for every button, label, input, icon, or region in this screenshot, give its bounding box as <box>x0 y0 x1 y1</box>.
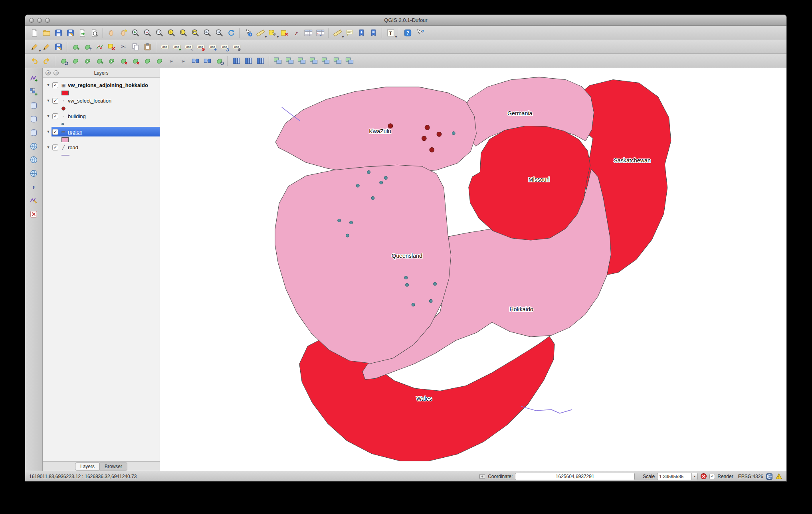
title-bar[interactable]: QGIS 2.0.1-Dufour <box>25 15 786 26</box>
change-label-icon[interactable]: abc <box>230 42 242 53</box>
scale-dropdown-arrow[interactable]: ▾ <box>691 473 697 480</box>
split-features-icon[interactable]: ✂ <box>165 55 177 67</box>
show-hide-labels-icon[interactable]: abc <box>194 42 206 53</box>
refresh-map-icon[interactable] <box>225 28 237 39</box>
open-attribute-table-icon[interactable] <box>302 28 314 39</box>
paste-style-icon[interactable] <box>242 55 254 67</box>
layer-item-building[interactable]: ▼✓◦building <box>43 111 160 121</box>
layer-item-region[interactable]: ▼✓▭region <box>43 127 160 136</box>
add-delimited-text-layer-icon[interactable]: , <box>28 181 40 192</box>
minimize-button[interactable] <box>37 18 42 23</box>
save-project-as-icon[interactable] <box>64 28 76 39</box>
new-bookmark-icon[interactable] <box>355 28 367 39</box>
layer-item-vw_select_location[interactable]: ▼✓◦vw_select_location <box>43 96 160 105</box>
new-print-composer-icon[interactable] <box>76 28 88 39</box>
add-postgis-layer-icon[interactable] <box>28 100 40 111</box>
remove-layer-icon[interactable] <box>28 208 40 219</box>
add-feature-icon[interactable] <box>69 42 81 53</box>
map-canvas[interactable]: KwaZuluGermaniaMissouriSaskatchewanQueen… <box>160 68 786 471</box>
reshape-features-icon[interactable] <box>141 55 153 67</box>
rotate-point-symbols-icon[interactable] <box>213 55 225 67</box>
add-mssql-layer-icon[interactable] <box>28 127 40 138</box>
panel-close-icon[interactable]: ✕ <box>46 70 51 75</box>
label-properties-icon[interactable]: abc <box>170 42 182 53</box>
add-vector-layer-icon[interactable] <box>28 73 40 84</box>
add-wcs-layer-icon[interactable] <box>28 154 40 165</box>
move-feature-icon[interactable] <box>81 42 93 53</box>
scale-combo[interactable]: 1:33565585 ▾ <box>657 473 698 480</box>
delete-part-icon[interactable] <box>129 55 141 67</box>
expand-arrow-icon[interactable]: ▼ <box>45 99 51 103</box>
pin-unpin-labels-icon[interactable]: abc <box>182 42 194 53</box>
text-annotation-icon[interactable]: T▾ <box>384 28 396 39</box>
fill-ring-icon[interactable] <box>105 55 117 67</box>
delete-ring-icon[interactable] <box>117 55 129 67</box>
toggle-editing-icon[interactable] <box>40 42 52 53</box>
zoom-native-resolution-icon[interactable]: 1:1 <box>153 28 165 39</box>
pan-to-selection-icon[interactable] <box>117 28 129 39</box>
expand-arrow-icon[interactable]: ▼ <box>45 114 51 118</box>
help-contents-icon[interactable]: ? <box>402 28 414 39</box>
expand-arrow-icon[interactable]: ▼ <box>45 145 51 149</box>
current-edits-icon[interactable]: ▾ <box>28 42 40 53</box>
zoom-in-icon[interactable] <box>129 28 141 39</box>
redo-icon[interactable] <box>40 55 52 67</box>
layer-item-vw_regions_adjoining_hokkaido[interactable]: ▼✓▣vw_regions_adjoining_hokkaido <box>43 80 160 90</box>
merge-selected-features-icon[interactable] <box>189 55 201 67</box>
new-shapefile-layer-icon[interactable] <box>28 195 40 206</box>
measure-line-icon[interactable]: ▾ <box>331 28 343 39</box>
zoom-to-layer-icon[interactable] <box>189 28 201 39</box>
map-data-tool-2-icon[interactable] <box>283 55 295 67</box>
zoom-out-icon[interactable] <box>141 28 153 39</box>
map-data-tool-4-icon[interactable] <box>307 55 319 67</box>
layer-item-road[interactable]: ▼✓╱road <box>43 142 160 152</box>
panel-float-icon[interactable]: ▫ <box>53 70 59 75</box>
move-label-icon[interactable]: abc <box>206 42 218 53</box>
open-project-icon[interactable] <box>40 28 52 39</box>
simplify-feature-icon[interactable] <box>69 55 81 67</box>
zoom-full-extent-icon[interactable] <box>165 28 177 39</box>
rotate-feature-icon[interactable] <box>57 55 69 67</box>
layer-visibility-checkbox[interactable]: ✓ <box>52 144 58 150</box>
map-data-tool-1-icon[interactable] <box>271 55 283 67</box>
measure-icon[interactable]: ▾ <box>254 28 266 39</box>
labeling-icon[interactable]: abc <box>158 42 170 53</box>
node-tool-icon[interactable] <box>93 42 105 53</box>
zoom-last-icon[interactable] <box>201 28 213 39</box>
rotate-label-icon[interactable]: abc <box>218 42 230 53</box>
map-data-tool-5-icon[interactable] <box>319 55 331 67</box>
add-spatialite-layer-icon[interactable] <box>28 113 40 125</box>
map-data-tool-6-icon[interactable] <box>331 55 343 67</box>
save-layer-edits-icon[interactable] <box>52 42 64 53</box>
qgis-window[interactable]: QGIS 2.0.1-Dufour 1:1i▾▾ε▾T▾?? ▾✂abcabca… <box>25 14 787 482</box>
duplicate-layer-icon[interactable] <box>254 55 266 67</box>
map-tips-icon[interactable] <box>343 28 355 39</box>
identify-features-icon[interactable]: i <box>242 28 254 39</box>
zoom-next-icon[interactable] <box>213 28 225 39</box>
add-wfs-layer-icon[interactable] <box>28 168 40 179</box>
map-data-tool-3-icon[interactable] <box>295 55 307 67</box>
new-project-icon[interactable] <box>28 28 40 39</box>
copy-features-icon[interactable] <box>129 42 141 53</box>
cut-features-icon[interactable]: ✂ <box>117 42 129 53</box>
merge-attributes-icon[interactable] <box>201 55 213 67</box>
stop-rendering-icon[interactable] <box>700 473 707 480</box>
select-by-expression-icon[interactable]: ε <box>290 28 302 39</box>
layer-row-body[interactable]: ✓◦vw_select_location <box>51 96 160 105</box>
save-project-icon[interactable] <box>52 28 64 39</box>
layer-row-body[interactable]: ✓▣vw_regions_adjoining_hokkaido <box>51 80 160 90</box>
delete-selected-icon[interactable] <box>105 42 117 53</box>
zoom-to-selection-icon[interactable] <box>177 28 189 39</box>
offset-curve-icon[interactable] <box>153 55 165 67</box>
layer-visibility-checkbox[interactable]: ✓ <box>52 82 58 88</box>
composer-manager-icon[interactable] <box>88 28 100 39</box>
copy-style-icon[interactable] <box>230 55 242 67</box>
layer-visibility-checkbox[interactable]: ✓ <box>52 98 58 104</box>
zoom-button[interactable] <box>45 18 50 23</box>
layer-visibility-checkbox[interactable]: ✓ <box>52 113 58 119</box>
expand-arrow-icon[interactable]: ▼ <box>45 83 51 87</box>
add-part-icon[interactable] <box>93 55 105 67</box>
split-parts-icon[interactable]: ✂ <box>177 55 189 67</box>
coordinate-input[interactable] <box>515 473 635 480</box>
undo-icon[interactable] <box>28 55 40 67</box>
